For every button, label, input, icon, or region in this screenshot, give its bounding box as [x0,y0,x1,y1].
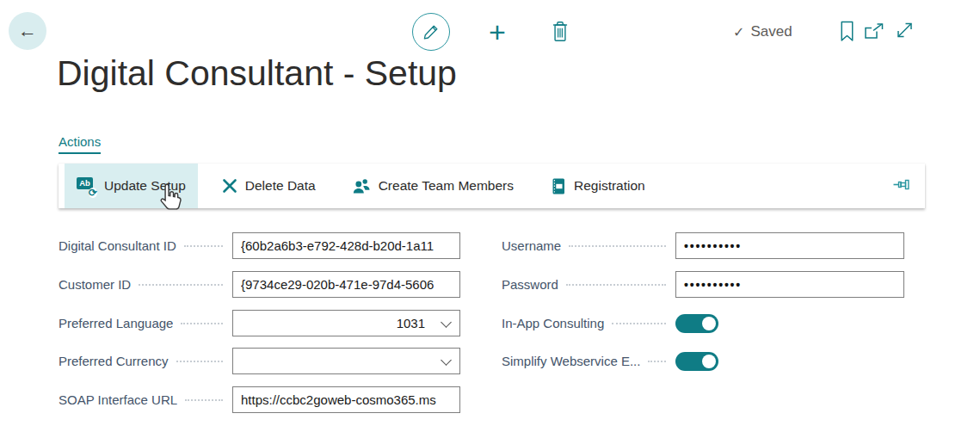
edit-button[interactable] [412,13,450,51]
preferred-currency-select[interactable] [232,348,460,374]
field-label: Customer ID [59,277,131,292]
back-arrow-icon: ← [18,22,37,40]
field-in-app-consulting: In-App Consulting [502,310,904,336]
field-label: Preferred Currency [59,354,169,368]
digital-consultant-id-input[interactable]: {60b2a6b3-e792-428d-b20d-1a11 [232,232,460,259]
pin-action-bar-button[interactable] [893,177,913,194]
plus-icon: + [489,15,506,48]
password-input[interactable]: •••••••••• [675,271,904,298]
save-status-label: Saved [750,23,792,40]
field-soap-interface-url: SOAP Interface URL https://ccbc2goweb-co… [59,386,460,413]
in-app-consulting-toggle[interactable] [675,314,718,333]
action-create-team-members[interactable]: Create Team Members [340,164,526,208]
action-label: Create Team Members [379,178,514,194]
field-label: In-App Consulting [502,316,604,330]
fullscreen-button[interactable] [896,21,914,42]
new-button[interactable]: + [482,14,513,50]
tab-actions[interactable]: Actions [59,134,101,154]
dotted-leader [185,399,223,401]
back-button[interactable]: ← [9,12,46,50]
open-in-new-window-button[interactable] [864,23,884,42]
username-input[interactable]: •••••••••• [675,232,904,259]
bookmark-button[interactable] [840,21,854,45]
field-label: Simplify Webservice E... [502,354,640,368]
dotted-leader [566,284,666,286]
dotted-leader [184,245,223,247]
action-label: Registration [574,178,645,194]
action-update-setup[interactable]: Ab ⟳ Update Setup [65,164,198,208]
field-customer-id: Customer ID {9734ce29-020b-471e-97d4-560… [59,271,460,298]
dotted-leader [612,323,666,324]
toggle-knob [702,317,716,330]
soap-interface-url-input[interactable]: https://ccbc2goweb-cosmo365.ms [232,386,460,413]
update-setup-icon: Ab ⟳ [77,177,96,195]
digital-consultant-setup-page: ← + ✓ Saved [0,0,980,432]
field-label: Password [502,277,558,292]
action-delete-data[interactable]: Delete Data [210,164,328,208]
expand-arrows-icon [896,21,914,40]
check-icon: ✓ [733,24,744,40]
trash-icon [550,19,570,43]
action-label: Update Setup [104,178,186,194]
action-label: Delete Data [245,178,316,194]
field-username: Username •••••••••• [502,232,904,259]
action-registration[interactable]: Registration [538,164,657,208]
field-label: SOAP Interface URL [59,392,177,407]
action-bar: Ab ⟳ Update Setup Delete Data Create Tea… [59,164,925,208]
pencil-icon [422,23,440,40]
dotted-leader [139,284,223,286]
team-members-icon [352,177,371,194]
bookmark-icon [840,21,854,42]
simplify-webservice-toggle[interactable] [675,352,718,371]
field-preferred-language: Preferred Language 1031 [59,310,460,336]
dotted-leader [569,245,666,247]
pin-icon [893,177,913,192]
delete-record-button[interactable] [549,19,571,45]
chevron-down-icon[interactable] [441,317,452,328]
delete-x-icon [222,178,237,194]
field-digital-consultant-id: Digital Consultant ID {60b2a6b3-e792-428… [59,232,460,259]
dotted-leader [176,361,223,362]
dotted-leader [648,361,666,362]
field-label: Digital Consultant ID [59,238,176,253]
popout-icon [864,23,884,40]
field-label: Preferred Language [59,316,173,330]
dotted-leader [181,323,223,324]
page-title: Digital Consultant - Setup [57,53,457,94]
toggle-knob [702,355,716,368]
field-label: Username [502,238,561,253]
customer-id-input[interactable]: {9734ce29-020b-471e-97d4-5606 [232,271,460,298]
field-password: Password •••••••••• [502,271,904,298]
chevron-down-icon[interactable] [441,355,452,366]
field-preferred-currency: Preferred Currency [59,348,460,374]
field-simplify-webservice: Simplify Webservice E... [502,348,904,374]
preferred-language-select[interactable]: 1031 [232,310,460,336]
save-status: ✓ Saved [733,23,792,40]
registration-book-icon [550,177,566,195]
